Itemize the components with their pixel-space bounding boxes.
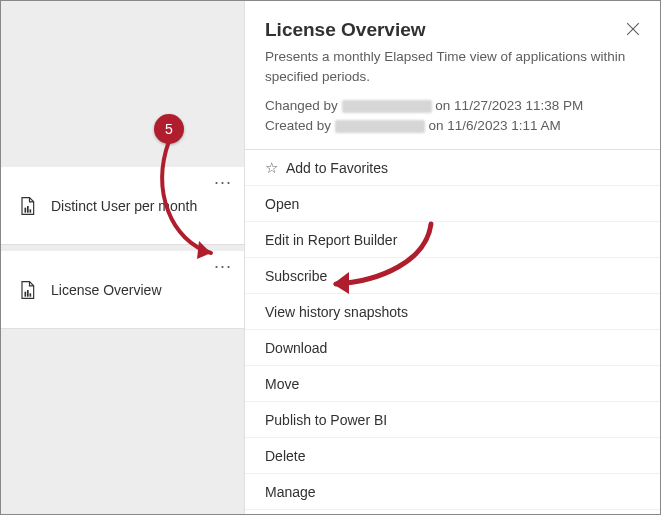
svg-rect-2 [30,209,32,212]
menu-view-history[interactable]: View history snapshots [245,294,661,330]
step-badge-5: 5 [154,114,184,144]
panel-description: Presents a monthly Elapsed Time view of … [265,47,641,86]
menu-label: Open [265,196,299,212]
menu-add-favorites[interactable]: ☆ Add to Favorites [245,150,661,186]
menu-label: Manage [265,484,316,500]
menu-label: Delete [265,448,305,464]
menu-subscribe[interactable]: Subscribe [245,258,661,294]
svg-rect-0 [25,207,27,212]
menu-manage[interactable]: Manage [245,474,661,510]
paginated-report-icon [17,196,37,216]
menu-download[interactable]: Download [245,330,661,366]
menu-label: Add to Favorites [286,160,388,176]
paginated-report-icon [17,280,37,300]
star-outline-icon: ☆ [265,159,278,177]
step-number: 5 [165,121,173,137]
more-options-button[interactable]: ··· [210,253,236,279]
created-by-label: Created by [265,118,331,133]
report-list: Distinct User per month ··· License Over… [1,167,244,329]
changed-by-line: Changed by on 11/27/2023 11:38 PM [265,96,641,116]
menu-open[interactable]: Open [245,186,661,222]
svg-rect-3 [25,291,27,296]
svg-rect-1 [27,206,29,213]
report-item-distinct-user[interactable]: Distinct User per month ··· [1,167,244,245]
svg-rect-5 [30,293,32,296]
report-label: Distinct User per month [51,198,236,214]
menu-label: Move [265,376,299,392]
menu-move[interactable]: Move [245,366,661,402]
created-by-date: on 11/6/2023 1:11 AM [429,118,561,133]
panel-title: License Overview [265,19,641,41]
menu-label: Edit in Report Builder [265,232,397,248]
menu-label: Download [265,340,327,356]
left-panel: Distinct User per month ··· License Over… [1,1,244,515]
svg-rect-4 [27,290,29,297]
menu-delete[interactable]: Delete [245,438,661,474]
menu-label: Publish to Power BI [265,412,387,428]
menu-label: Subscribe [265,268,327,284]
context-panel: License Overview Presents a monthly Elap… [244,1,661,515]
context-menu: ☆ Add to Favorites Open Edit in Report B… [245,149,661,510]
close-icon[interactable] [623,19,643,39]
created-by-user-redacted [335,120,425,133]
created-by-line: Created by on 11/6/2023 1:11 AM [265,116,641,136]
changed-by-user-redacted [342,100,432,113]
menu-label: View history snapshots [265,304,408,320]
menu-edit-report-builder[interactable]: Edit in Report Builder [245,222,661,258]
report-item-license-overview[interactable]: License Overview ··· [1,251,244,329]
more-options-button[interactable]: ··· [210,169,236,195]
menu-publish-powerbi[interactable]: Publish to Power BI [245,402,661,438]
panel-header: License Overview Presents a monthly Elap… [245,1,661,149]
changed-by-date: on 11/27/2023 11:38 PM [435,98,583,113]
changed-by-label: Changed by [265,98,338,113]
report-label: License Overview [51,282,236,298]
